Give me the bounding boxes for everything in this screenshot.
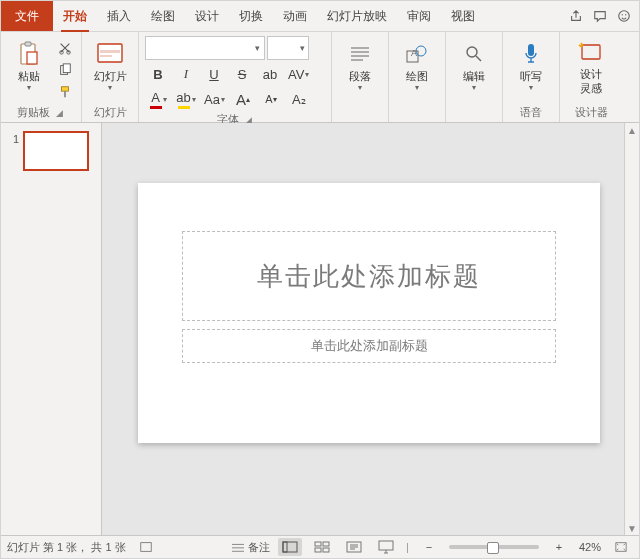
dictate-button[interactable]: 听写 ▾ <box>509 34 553 98</box>
svg-point-2 <box>625 14 626 15</box>
chevron-down-icon: ▾ <box>472 83 476 92</box>
underline-button[interactable]: U <box>201 63 227 85</box>
chevron-down-icon: ▾ <box>108 83 112 92</box>
slideshow-view-button[interactable] <box>374 538 398 556</box>
drawing-button[interactable]: A 绘图 ▾ <box>395 34 439 98</box>
zoom-level[interactable]: 42% <box>579 541 601 553</box>
spellcheck-icon[interactable] <box>134 538 158 556</box>
chevron-down-icon: ▾ <box>255 43 260 53</box>
title-placeholder[interactable]: 单击此处添加标题 <box>182 231 556 321</box>
tab-file[interactable]: 文件 <box>1 1 53 31</box>
svg-rect-21 <box>140 543 151 552</box>
svg-rect-23 <box>283 542 287 552</box>
fit-to-window-button[interactable] <box>609 538 633 556</box>
chevron-down-icon: ▾ <box>529 83 533 92</box>
svg-rect-20 <box>582 45 600 59</box>
group-paragraph: 段落 ▾ <box>332 32 389 122</box>
scroll-down-icon[interactable]: ▼ <box>625 521 639 535</box>
paragraph-button[interactable]: 段落 ▾ <box>338 34 382 98</box>
svg-rect-22 <box>283 542 297 552</box>
shrink-font-button[interactable]: A▾ <box>258 88 284 110</box>
new-slide-button[interactable]: 幻灯片 ▾ <box>88 34 132 98</box>
tab-transitions[interactable]: 切换 <box>229 1 273 31</box>
tab-view[interactable]: 视图 <box>441 1 485 31</box>
chevron-down-icon: ▾ <box>27 83 31 92</box>
svg-point-1 <box>622 14 623 15</box>
strike-button[interactable]: S <box>229 63 255 85</box>
microphone-icon <box>517 40 545 68</box>
clear-format-button[interactable]: A₂ <box>286 88 312 110</box>
group-editing: 编辑 ▾ <box>446 32 503 122</box>
tab-insert[interactable]: 插入 <box>97 1 141 31</box>
subtitle-placeholder[interactable]: 单击此处添加副标题 <box>182 329 556 363</box>
group-slides: 幻灯片 ▾ 幻灯片 <box>82 32 139 122</box>
bold-button[interactable]: B <box>145 63 171 85</box>
app-window: 文件 开始 插入 绘图 设计 切换 动画 幻灯片放映 审阅 视图 <box>0 0 640 559</box>
font-color-button[interactable]: A▾ <box>145 88 171 110</box>
format-painter-button[interactable] <box>55 82 75 102</box>
editing-button[interactable]: 编辑 ▾ <box>452 34 496 98</box>
chevron-down-icon: ▾ <box>358 83 362 92</box>
zoom-out-button[interactable]: − <box>417 538 441 556</box>
svg-text:A: A <box>411 48 417 58</box>
svg-rect-13 <box>100 50 120 53</box>
font-name-combo[interactable]: ▾ <box>145 36 265 60</box>
slide-editor[interactable]: 单击此处添加标题 单击此处添加副标题 ▲ ▼ <box>102 123 639 535</box>
scroll-up-icon[interactable]: ▲ <box>625 123 639 137</box>
vertical-scrollbar[interactable]: ▲ ▼ <box>624 123 639 535</box>
svg-rect-24 <box>315 542 321 546</box>
slide-sorter-view-button[interactable] <box>310 538 334 556</box>
tab-animations[interactable]: 动画 <box>273 1 317 31</box>
svg-rect-10 <box>62 87 69 91</box>
share-icon[interactable] <box>569 9 583 23</box>
svg-rect-19 <box>528 44 534 56</box>
group-voice: 听写 ▾ 语音 <box>503 32 560 122</box>
tab-home[interactable]: 开始 <box>53 1 97 31</box>
highlight-button[interactable]: ab▾ <box>173 88 199 110</box>
change-case-button[interactable]: Aa▾ <box>201 88 228 110</box>
reading-view-button[interactable] <box>342 538 366 556</box>
font-size-combo[interactable]: ▾ <box>267 36 309 60</box>
svg-rect-11 <box>64 91 66 97</box>
tabbar-right-icons <box>561 1 639 31</box>
italic-button[interactable]: I <box>173 63 199 85</box>
group-drawing: A 绘图 ▾ <box>389 32 446 122</box>
svg-rect-27 <box>323 548 329 552</box>
svg-rect-4 <box>25 42 31 46</box>
tab-slideshow[interactable]: 幻灯片放映 <box>317 1 397 31</box>
thumbnail-number: 1 <box>9 131 19 145</box>
slide-thumbnail-panel: 1 <box>1 123 102 535</box>
svg-rect-5 <box>27 52 37 64</box>
tabbar: 文件 开始 插入 绘图 设计 切换 动画 幻灯片放映 审阅 视图 <box>1 1 639 32</box>
clipboard-launcher[interactable]: ◢ <box>54 108 65 118</box>
clipboard-icon <box>15 40 43 68</box>
grow-font-button[interactable]: A▴ <box>230 88 256 110</box>
copy-button[interactable] <box>55 60 75 80</box>
tab-design[interactable]: 设计 <box>185 1 229 31</box>
notes-button[interactable]: 备注 <box>231 538 270 556</box>
paste-button[interactable]: 粘贴 ▾ <box>7 34 51 98</box>
zoom-slider[interactable] <box>449 545 539 549</box>
shadow-button[interactable]: ab <box>257 63 283 85</box>
normal-view-button[interactable] <box>278 538 302 556</box>
zoom-in-button[interactable]: + <box>547 538 571 556</box>
group-designer: 设计 灵感 设计器 <box>560 32 622 122</box>
svg-rect-9 <box>63 64 70 73</box>
char-spacing-button[interactable]: AV▾ <box>285 63 312 85</box>
comments-icon[interactable] <box>593 9 607 23</box>
tab-draw[interactable]: 绘图 <box>141 1 185 31</box>
svg-rect-25 <box>323 542 329 546</box>
paragraph-icon <box>346 40 374 68</box>
svg-point-18 <box>467 47 477 57</box>
cut-button[interactable] <box>55 38 75 58</box>
status-bar: 幻灯片 第 1 张， 共 1 张 备注 | − + 42% <box>1 535 639 558</box>
design-ideas-button[interactable]: 设计 灵感 <box>566 34 616 98</box>
smiley-icon[interactable] <box>617 9 631 23</box>
svg-rect-26 <box>315 548 321 552</box>
slide-thumbnail-1[interactable] <box>23 131 89 171</box>
svg-rect-29 <box>379 541 393 550</box>
chevron-down-icon: ▾ <box>300 43 305 53</box>
tab-review[interactable]: 审阅 <box>397 1 441 31</box>
chevron-down-icon: ▾ <box>415 83 419 92</box>
slide-canvas[interactable]: 单击此处添加标题 单击此处添加副标题 <box>138 183 600 443</box>
